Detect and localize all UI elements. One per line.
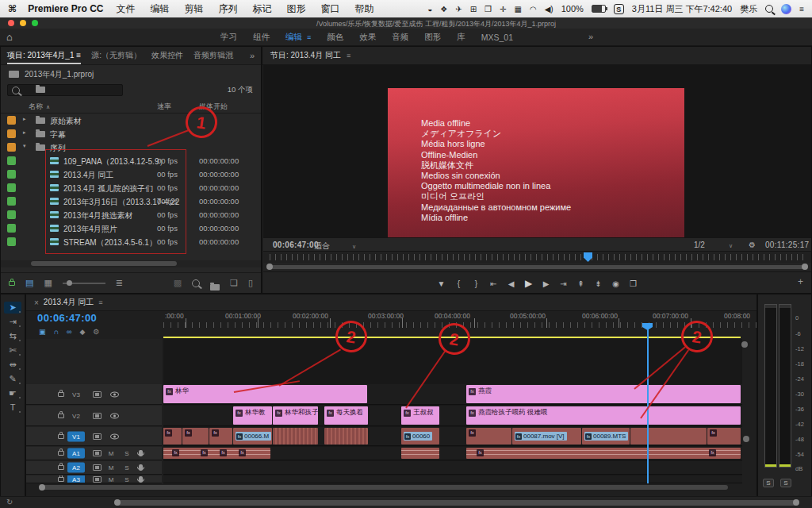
readonly-lock-icon[interactable] [9, 281, 15, 286]
menu-item[interactable]: 标记 [253, 2, 272, 16]
label-swatch[interactable] [7, 210, 16, 219]
step-back-button[interactable]: ◀ [506, 279, 516, 288]
program-viewer[interactable]: Media offlineメディアオフラインMédia hors ligneOf… [263, 64, 811, 237]
work-area-bar[interactable] [163, 337, 741, 338]
playhead-handle[interactable] [642, 323, 653, 330]
new-item-icon[interactable]: ❏ [230, 278, 238, 288]
notification-center-icon[interactable]: ≡ [799, 5, 804, 13]
zoom-scrollbar[interactable] [115, 500, 799, 506]
solo-button[interactable]: S [123, 464, 131, 471]
mute-button[interactable]: M [107, 450, 115, 457]
track-target-chip[interactable]: V2 [67, 410, 85, 421]
monitor-playhead[interactable] [584, 252, 592, 262]
video-clip[interactable]: fx [707, 428, 741, 444]
home-icon[interactable]: ⌂ [6, 31, 13, 43]
vscrollbar-knob[interactable] [743, 436, 749, 442]
type-tool[interactable]: T [4, 402, 21, 414]
video-clip[interactable]: fx [209, 428, 232, 444]
track-lock-icon[interactable] [58, 465, 64, 470]
track-header-v2[interactable]: V2 [26, 406, 162, 426]
slip-tool[interactable]: ⇹ [4, 359, 21, 371]
timeline-hscrollbar[interactable] [37, 484, 742, 491]
selection-tool[interactable]: ➤ [4, 302, 21, 314]
project-panel-tab[interactable]: 源:（无剪辑） [91, 47, 141, 64]
razor-tool[interactable]: ✄ [4, 344, 21, 356]
wifi-icon[interactable]: ◠ [530, 5, 537, 13]
mute-button[interactable]: M [107, 464, 115, 471]
video-clip[interactable]: fx [466, 428, 511, 444]
workspace-tab[interactable]: 组件 [253, 32, 270, 43]
video-clip[interactable]: fx林华教 [233, 406, 272, 425]
video-clip[interactable]: fx00089.MTS [582, 428, 630, 444]
bin-row[interactable]: ▾序列 [1, 140, 261, 154]
extension-icon[interactable]: ✛ [500, 5, 506, 13]
track-target-chip[interactable]: A2 [67, 463, 85, 473]
sequence-row[interactable]: 2013年3月16日（2013.3.17-4.2200 fps00:00:00:… [1, 194, 261, 208]
menu-item[interactable]: 图形 [287, 2, 306, 16]
voiceover-record-icon[interactable] [139, 464, 143, 471]
sync-app-icon[interactable]: S [614, 4, 624, 14]
button-editor-plus[interactable]: + [798, 276, 803, 287]
column-header[interactable]: 媒体开始 [199, 102, 228, 112]
label-swatch[interactable] [7, 143, 16, 152]
label-swatch[interactable] [7, 170, 16, 179]
video-clip[interactable]: fx王叔叔 [401, 406, 439, 425]
audio-clip[interactable]: fxfxfxfx [163, 448, 270, 459]
panel-menu-icon[interactable]: ≡ [98, 298, 102, 306]
step-forward-button[interactable]: ▶ [541, 279, 551, 288]
icon-view-icon[interactable]: ▦ [44, 278, 52, 288]
source-patch-icon[interactable] [93, 433, 102, 440]
sequence-row[interactable]: 2013年4月照片00 fps00:00:00:00 [1, 221, 261, 235]
wrench-icon[interactable]: ⚙ [749, 241, 756, 249]
scrollbar-left-knob[interactable] [266, 264, 273, 270]
project-panel-tab[interactable]: 音频剪辑混 [193, 47, 233, 64]
track-header-a3[interactable]: A3MS [26, 475, 162, 483]
track-target-chip[interactable]: V1 [67, 431, 85, 441]
automate-to-sequence-icon[interactable]: ▩ [174, 278, 182, 288]
disclosure-icon[interactable]: ▾ [23, 143, 26, 149]
track-target-chip[interactable]: A3 [67, 475, 85, 483]
battery-icon[interactable] [592, 5, 606, 13]
spotlight-icon[interactable] [765, 5, 773, 13]
source-patch-icon[interactable] [93, 413, 102, 419]
scrollbar-right-knob[interactable] [802, 264, 808, 270]
video-clip[interactable] [324, 428, 368, 444]
keyboard-icon[interactable]: ▦ [514, 5, 521, 13]
scrollbar-right-knob[interactable] [793, 499, 799, 506]
project-panel-tab[interactable]: 效果控件 [151, 47, 183, 64]
video-clip[interactable]: fx [182, 428, 209, 444]
track-lock-icon[interactable] [58, 414, 64, 418]
video-clip[interactable]: fx每天换着 [324, 406, 368, 425]
bin-row[interactable]: ▸字幕 [1, 127, 261, 140]
sync-status-icon[interactable]: ↻ [6, 498, 13, 506]
scrollbar-left-knob[interactable] [114, 499, 121, 506]
add-marker-icon[interactable]: ◆ [79, 328, 85, 336]
track-target-chip[interactable]: A1 [67, 448, 85, 459]
displays-icon[interactable]: ❐ [485, 5, 492, 13]
timeline-tab[interactable]: 2013.4月 同工 [44, 297, 94, 308]
apple-menu-icon[interactable]: ⌘ [8, 3, 17, 14]
clear-icon[interactable]: ▯ [248, 278, 253, 288]
close-icon[interactable]: × [34, 298, 39, 307]
sequence-row[interactable]: 2013年4月挑选素材00 fps00:00:00:00 [1, 208, 261, 221]
scrollbar-thumb[interactable] [40, 485, 728, 490]
airdrop-icon[interactable]: ✈ [455, 5, 462, 13]
track-lane-v1[interactable]: fxfxfxfx00066.Mfx00060fxfx00087.mov [V]f… [163, 427, 742, 446]
track-select-forward-tool[interactable]: ⇥ [4, 316, 21, 328]
vscrollbar-top-knob[interactable] [741, 341, 748, 348]
app-menu-title[interactable]: Premiere Pro CC [28, 3, 103, 14]
list-view-icon[interactable]: ▤ [25, 278, 33, 288]
project-panel-tab[interactable]: 项目: 2013年4月_1 ≡ [7, 47, 81, 64]
video-clip[interactable]: fx林华和孩子 [273, 406, 318, 425]
scrollbar-left-knob[interactable] [39, 484, 45, 491]
workspace-tab[interactable]: 音频 [392, 32, 408, 43]
zoom-level-dropdown[interactable]: 适合∨ [314, 241, 356, 252]
mute-button[interactable]: M [107, 475, 115, 483]
track-lane-a3[interactable] [163, 475, 742, 483]
timeline-ruler[interactable]: :00:0000:01:00:0000:02:00:0000:03:00:000… [163, 310, 758, 328]
monitor-scrollbar[interactable] [263, 263, 811, 271]
comparison-view-button[interactable]: ❐ [628, 279, 638, 288]
panel-menu-icon[interactable]: ≡ [347, 52, 350, 60]
disclosure-icon[interactable]: ▸ [23, 116, 26, 122]
workspace-tab[interactable]: 编辑≡ [285, 32, 311, 43]
